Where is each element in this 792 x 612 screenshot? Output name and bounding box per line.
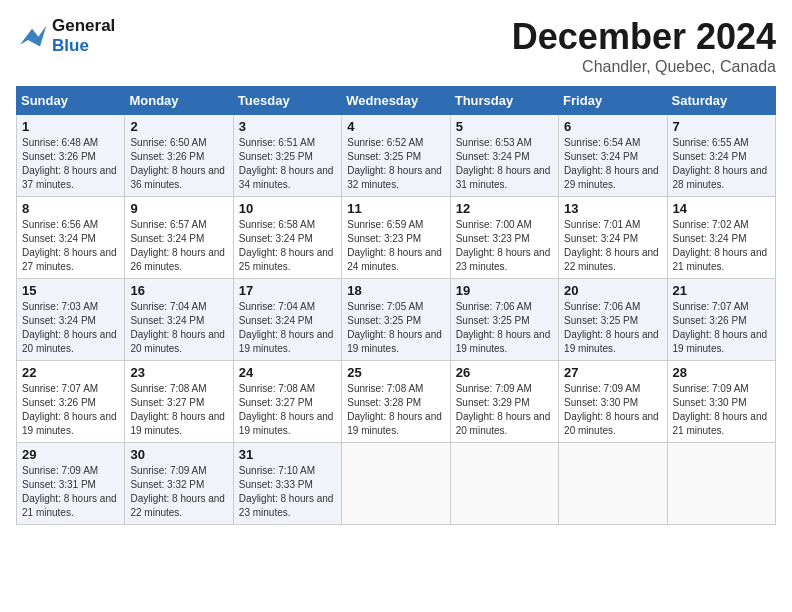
calendar-day-cell: 23Sunrise: 7:08 AMSunset: 3:27 PMDayligh… — [125, 361, 233, 443]
day-info: Sunrise: 6:53 AMSunset: 3:24 PMDaylight:… — [456, 136, 553, 192]
day-number: 18 — [347, 283, 444, 298]
calendar-body: 1Sunrise: 6:48 AMSunset: 3:26 PMDaylight… — [17, 115, 776, 525]
calendar-day-cell: 12Sunrise: 7:00 AMSunset: 3:23 PMDayligh… — [450, 197, 558, 279]
dow-header-thursday: Thursday — [450, 87, 558, 115]
calendar-week-row: 1Sunrise: 6:48 AMSunset: 3:26 PMDaylight… — [17, 115, 776, 197]
calendar-day-cell: 15Sunrise: 7:03 AMSunset: 3:24 PMDayligh… — [17, 279, 125, 361]
day-info: Sunrise: 6:54 AMSunset: 3:24 PMDaylight:… — [564, 136, 661, 192]
calendar-week-row: 8Sunrise: 6:56 AMSunset: 3:24 PMDaylight… — [17, 197, 776, 279]
day-info: Sunrise: 6:50 AMSunset: 3:26 PMDaylight:… — [130, 136, 227, 192]
day-info: Sunrise: 7:09 AMSunset: 3:29 PMDaylight:… — [456, 382, 553, 438]
day-number: 5 — [456, 119, 553, 134]
day-info: Sunrise: 7:03 AMSunset: 3:24 PMDaylight:… — [22, 300, 119, 356]
day-number: 24 — [239, 365, 336, 380]
dow-header-friday: Friday — [559, 87, 667, 115]
day-info: Sunrise: 7:08 AMSunset: 3:28 PMDaylight:… — [347, 382, 444, 438]
calendar-day-cell: 7Sunrise: 6:55 AMSunset: 3:24 PMDaylight… — [667, 115, 775, 197]
calendar-day-cell: 8Sunrise: 6:56 AMSunset: 3:24 PMDaylight… — [17, 197, 125, 279]
calendar-day-cell: 1Sunrise: 6:48 AMSunset: 3:26 PMDaylight… — [17, 115, 125, 197]
day-number: 31 — [239, 447, 336, 462]
dow-header-sunday: Sunday — [17, 87, 125, 115]
calendar-day-cell: 6Sunrise: 6:54 AMSunset: 3:24 PMDaylight… — [559, 115, 667, 197]
day-number: 3 — [239, 119, 336, 134]
day-number: 1 — [22, 119, 119, 134]
calendar-week-row: 22Sunrise: 7:07 AMSunset: 3:26 PMDayligh… — [17, 361, 776, 443]
calendar-day-cell: 24Sunrise: 7:08 AMSunset: 3:27 PMDayligh… — [233, 361, 341, 443]
day-info: Sunrise: 7:09 AMSunset: 3:30 PMDaylight:… — [673, 382, 770, 438]
calendar-day-cell: 16Sunrise: 7:04 AMSunset: 3:24 PMDayligh… — [125, 279, 233, 361]
calendar-day-cell: 28Sunrise: 7:09 AMSunset: 3:30 PMDayligh… — [667, 361, 775, 443]
day-info: Sunrise: 7:02 AMSunset: 3:24 PMDaylight:… — [673, 218, 770, 274]
day-info: Sunrise: 7:06 AMSunset: 3:25 PMDaylight:… — [456, 300, 553, 356]
day-number: 15 — [22, 283, 119, 298]
day-number: 16 — [130, 283, 227, 298]
day-number: 17 — [239, 283, 336, 298]
calendar-day-cell: 17Sunrise: 7:04 AMSunset: 3:24 PMDayligh… — [233, 279, 341, 361]
calendar-day-cell: 20Sunrise: 7:06 AMSunset: 3:25 PMDayligh… — [559, 279, 667, 361]
day-info: Sunrise: 6:56 AMSunset: 3:24 PMDaylight:… — [22, 218, 119, 274]
dow-header-wednesday: Wednesday — [342, 87, 450, 115]
day-number: 8 — [22, 201, 119, 216]
day-number: 11 — [347, 201, 444, 216]
logo-bird-icon — [16, 22, 48, 50]
day-number: 4 — [347, 119, 444, 134]
calendar-day-cell: 9Sunrise: 6:57 AMSunset: 3:24 PMDaylight… — [125, 197, 233, 279]
calendar-day-cell: 13Sunrise: 7:01 AMSunset: 3:24 PMDayligh… — [559, 197, 667, 279]
day-info: Sunrise: 7:04 AMSunset: 3:24 PMDaylight:… — [130, 300, 227, 356]
day-info: Sunrise: 7:08 AMSunset: 3:27 PMDaylight:… — [239, 382, 336, 438]
day-info: Sunrise: 7:10 AMSunset: 3:33 PMDaylight:… — [239, 464, 336, 520]
calendar-day-cell: 14Sunrise: 7:02 AMSunset: 3:24 PMDayligh… — [667, 197, 775, 279]
calendar-day-cell: 29Sunrise: 7:09 AMSunset: 3:31 PMDayligh… — [17, 443, 125, 525]
day-info: Sunrise: 7:07 AMSunset: 3:26 PMDaylight:… — [673, 300, 770, 356]
day-number: 30 — [130, 447, 227, 462]
page-header: General Blue December 2024 Chandler, Que… — [16, 16, 776, 76]
svg-marker-0 — [20, 25, 46, 46]
day-number: 23 — [130, 365, 227, 380]
day-info: Sunrise: 7:07 AMSunset: 3:26 PMDaylight:… — [22, 382, 119, 438]
day-number: 20 — [564, 283, 661, 298]
calendar-location: Chandler, Quebec, Canada — [512, 58, 776, 76]
day-info: Sunrise: 7:05 AMSunset: 3:25 PMDaylight:… — [347, 300, 444, 356]
calendar-day-cell: 27Sunrise: 7:09 AMSunset: 3:30 PMDayligh… — [559, 361, 667, 443]
calendar-day-cell: 4Sunrise: 6:52 AMSunset: 3:25 PMDaylight… — [342, 115, 450, 197]
calendar-day-cell: 26Sunrise: 7:09 AMSunset: 3:29 PMDayligh… — [450, 361, 558, 443]
day-info: Sunrise: 7:00 AMSunset: 3:23 PMDaylight:… — [456, 218, 553, 274]
dow-header-tuesday: Tuesday — [233, 87, 341, 115]
day-info: Sunrise: 7:01 AMSunset: 3:24 PMDaylight:… — [564, 218, 661, 274]
day-number: 29 — [22, 447, 119, 462]
calendar-empty-cell — [559, 443, 667, 525]
day-info: Sunrise: 7:08 AMSunset: 3:27 PMDaylight:… — [130, 382, 227, 438]
day-number: 10 — [239, 201, 336, 216]
dow-header-saturday: Saturday — [667, 87, 775, 115]
day-info: Sunrise: 6:58 AMSunset: 3:24 PMDaylight:… — [239, 218, 336, 274]
day-info: Sunrise: 7:04 AMSunset: 3:24 PMDaylight:… — [239, 300, 336, 356]
day-number: 12 — [456, 201, 553, 216]
day-number: 27 — [564, 365, 661, 380]
day-number: 2 — [130, 119, 227, 134]
calendar-day-cell: 31Sunrise: 7:10 AMSunset: 3:33 PMDayligh… — [233, 443, 341, 525]
day-info: Sunrise: 7:06 AMSunset: 3:25 PMDaylight:… — [564, 300, 661, 356]
dow-header-monday: Monday — [125, 87, 233, 115]
day-number: 6 — [564, 119, 661, 134]
calendar-day-cell: 18Sunrise: 7:05 AMSunset: 3:25 PMDayligh… — [342, 279, 450, 361]
day-info: Sunrise: 6:57 AMSunset: 3:24 PMDaylight:… — [130, 218, 227, 274]
day-number: 19 — [456, 283, 553, 298]
day-info: Sunrise: 7:09 AMSunset: 3:30 PMDaylight:… — [564, 382, 661, 438]
calendar-table: SundayMondayTuesdayWednesdayThursdayFrid… — [16, 86, 776, 525]
calendar-day-cell: 30Sunrise: 7:09 AMSunset: 3:32 PMDayligh… — [125, 443, 233, 525]
day-info: Sunrise: 6:48 AMSunset: 3:26 PMDaylight:… — [22, 136, 119, 192]
calendar-day-cell: 25Sunrise: 7:08 AMSunset: 3:28 PMDayligh… — [342, 361, 450, 443]
calendar-empty-cell — [342, 443, 450, 525]
day-number: 28 — [673, 365, 770, 380]
day-number: 26 — [456, 365, 553, 380]
day-info: Sunrise: 6:51 AMSunset: 3:25 PMDaylight:… — [239, 136, 336, 192]
day-info: Sunrise: 6:55 AMSunset: 3:24 PMDaylight:… — [673, 136, 770, 192]
day-info: Sunrise: 7:09 AMSunset: 3:31 PMDaylight:… — [22, 464, 119, 520]
day-number: 21 — [673, 283, 770, 298]
calendar-header-row: SundayMondayTuesdayWednesdayThursdayFrid… — [17, 87, 776, 115]
calendar-week-row: 29Sunrise: 7:09 AMSunset: 3:31 PMDayligh… — [17, 443, 776, 525]
calendar-day-cell: 11Sunrise: 6:59 AMSunset: 3:23 PMDayligh… — [342, 197, 450, 279]
day-info: Sunrise: 7:09 AMSunset: 3:32 PMDaylight:… — [130, 464, 227, 520]
day-info: Sunrise: 6:52 AMSunset: 3:25 PMDaylight:… — [347, 136, 444, 192]
day-number: 9 — [130, 201, 227, 216]
